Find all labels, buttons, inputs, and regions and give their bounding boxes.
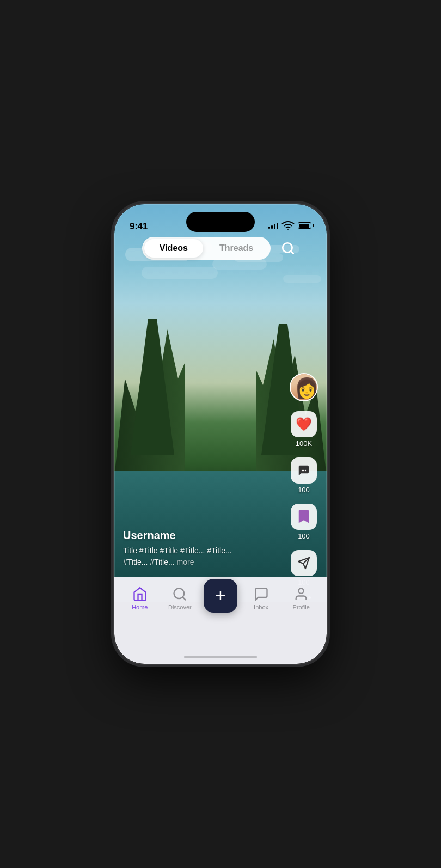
svg-point-2 <box>302 470 303 471</box>
signal-bar-3 <box>274 224 275 229</box>
inbox-label: Inbox <box>254 604 268 610</box>
content-overlay: Username Title #Title #Title #Title... #… <box>114 529 283 577</box>
bookmark-button[interactable]: 100 <box>291 504 317 540</box>
search-button[interactable] <box>277 237 299 259</box>
like-icon-wrap: ❤️ <box>291 411 317 437</box>
share-icon <box>297 557 310 570</box>
signal-bar-1 <box>268 227 270 229</box>
username[interactable]: Username <box>123 529 274 542</box>
svg-point-6 <box>299 589 304 594</box>
comments-count: 100 <box>298 486 310 494</box>
caption-more[interactable]: more <box>177 558 194 566</box>
likes-count: 100K <box>296 439 312 448</box>
comment-icon-wrap <box>291 457 317 484</box>
status-time: 9:41 <box>130 221 148 232</box>
creator-avatar[interactable] <box>290 373 318 401</box>
tab-inbox[interactable]: Inbox <box>245 586 278 610</box>
avatar-ring <box>290 373 318 401</box>
svg-point-3 <box>303 470 304 471</box>
tab-threads[interactable]: Threads <box>204 239 268 258</box>
caption-line2: #Title... #Title... <box>123 558 175 566</box>
dynamic-island <box>186 212 255 232</box>
comment-icon <box>297 464 310 477</box>
inbox-icon <box>254 586 269 602</box>
tab-bar: Home Discover + <box>114 577 327 664</box>
add-button[interactable]: + <box>204 584 237 613</box>
wifi-icon <box>281 219 295 232</box>
home-indicator <box>184 656 257 658</box>
svg-point-4 <box>305 470 306 471</box>
bookmark-icon-wrap <box>291 504 317 530</box>
right-actions: ❤️ 100K 100 <box>290 373 318 599</box>
avatar-face <box>291 374 317 400</box>
bookmarks-count: 100 <box>298 532 310 540</box>
caption-line1: Title #Title #Title #Title... #Title... <box>123 546 232 555</box>
comment-button[interactable]: 100 <box>291 457 317 494</box>
profile-label: Profile <box>293 604 310 610</box>
home-icon <box>132 586 148 602</box>
bookmark-icon <box>298 510 310 524</box>
heart-icon: ❤️ <box>296 417 312 432</box>
search-icon <box>281 241 295 255</box>
tab-videos[interactable]: Videos <box>144 239 203 258</box>
battery-icon <box>298 222 311 229</box>
tab-switcher: Videos Threads <box>142 237 271 260</box>
like-button[interactable]: ❤️ 100K <box>291 411 317 448</box>
caption: Title #Title #Title #Title... #Title... … <box>123 545 274 568</box>
discover-icon <box>172 586 187 602</box>
svg-point-0 <box>287 229 289 230</box>
battery-fill <box>299 224 309 228</box>
signal-bar-4 <box>277 223 278 229</box>
discover-label: Discover <box>168 604 192 610</box>
phone-frame: 9:41 <box>114 204 327 664</box>
signal-bar-2 <box>271 225 273 229</box>
tab-home[interactable]: Home <box>124 586 156 610</box>
tab-items: Home Discover + <box>114 584 327 613</box>
tab-discover[interactable]: Discover <box>163 586 196 610</box>
top-navigation: Videos Threads <box>114 237 327 260</box>
add-btn-wrap[interactable]: + <box>204 579 237 613</box>
share-icon-wrap <box>291 550 317 576</box>
signal-icon <box>268 222 278 229</box>
home-label: Home <box>132 604 148 610</box>
status-icons <box>268 219 311 232</box>
add-icon: + <box>215 586 226 604</box>
profile-icon <box>293 586 309 602</box>
screen: 9:41 <box>114 204 327 664</box>
tab-profile[interactable]: Profile <box>285 586 317 610</box>
